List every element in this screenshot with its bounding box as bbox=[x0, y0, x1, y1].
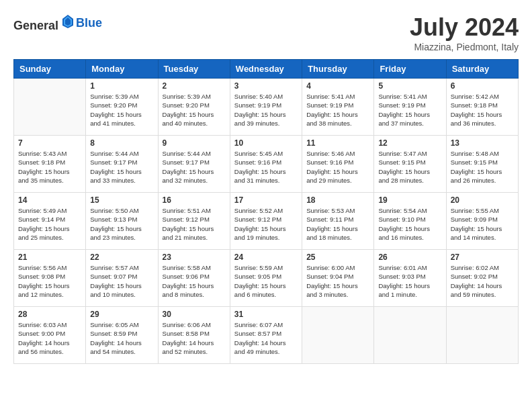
day-number: 3 bbox=[234, 81, 298, 91]
col-sunday: Sunday bbox=[14, 60, 86, 79]
calendar-cell: 31Sunrise: 6:07 AM Sunset: 8:57 PM Dayli… bbox=[230, 307, 302, 364]
calendar-week-2: 7Sunrise: 5:43 AM Sunset: 9:18 PM Daylig… bbox=[14, 136, 519, 193]
calendar-cell: 8Sunrise: 5:44 AM Sunset: 9:17 PM Daylig… bbox=[86, 136, 158, 193]
calendar-cell: 1Sunrise: 5:39 AM Sunset: 9:20 PM Daylig… bbox=[86, 79, 158, 136]
day-number: 11 bbox=[306, 138, 369, 148]
day-info: Sunrise: 5:54 AM Sunset: 9:10 PM Dayligh… bbox=[378, 206, 441, 242]
calendar-cell: 9Sunrise: 5:44 AM Sunset: 9:17 PM Daylig… bbox=[158, 136, 230, 193]
calendar-cell: 23Sunrise: 5:58 AM Sunset: 9:06 PM Dayli… bbox=[158, 250, 230, 307]
col-friday: Friday bbox=[374, 60, 446, 79]
day-number: 16 bbox=[163, 195, 226, 205]
day-number: 14 bbox=[18, 195, 81, 205]
calendar-week-4: 21Sunrise: 5:56 AM Sunset: 9:08 PM Dayli… bbox=[14, 250, 519, 307]
calendar-table: Sunday Monday Tuesday Wednesday Thursday… bbox=[13, 59, 519, 364]
day-number: 21 bbox=[18, 253, 81, 262]
calendar-cell: 19Sunrise: 5:54 AM Sunset: 9:10 PM Dayli… bbox=[374, 193, 446, 250]
day-info: Sunrise: 5:41 AM Sunset: 9:19 PM Dayligh… bbox=[378, 92, 441, 128]
day-info: Sunrise: 5:47 AM Sunset: 9:15 PM Dayligh… bbox=[378, 149, 441, 185]
calendar-cell: 11Sunrise: 5:46 AM Sunset: 9:16 PM Dayli… bbox=[302, 136, 374, 193]
day-number: 8 bbox=[90, 138, 153, 148]
logo: General Blue bbox=[13, 13, 102, 33]
day-number: 26 bbox=[378, 253, 441, 262]
calendar-cell: 7Sunrise: 5:43 AM Sunset: 9:18 PM Daylig… bbox=[14, 136, 86, 193]
day-number: 30 bbox=[163, 310, 226, 319]
day-number: 12 bbox=[378, 138, 441, 148]
day-number: 22 bbox=[90, 253, 153, 262]
calendar-cell: 29Sunrise: 6:05 AM Sunset: 8:59 PM Dayli… bbox=[86, 307, 158, 364]
day-number: 10 bbox=[234, 138, 298, 148]
day-info: Sunrise: 5:43 AM Sunset: 9:18 PM Dayligh… bbox=[18, 149, 81, 185]
day-number: 18 bbox=[306, 195, 369, 205]
calendar-cell bbox=[374, 307, 446, 364]
month-year-title: July 2024 bbox=[410, 13, 519, 42]
day-info: Sunrise: 5:50 AM Sunset: 9:13 PM Dayligh… bbox=[90, 206, 153, 242]
day-number: 5 bbox=[378, 81, 441, 91]
calendar-cell: 13Sunrise: 5:48 AM Sunset: 9:15 PM Dayli… bbox=[446, 136, 518, 193]
day-info: Sunrise: 5:48 AM Sunset: 9:15 PM Dayligh… bbox=[451, 149, 514, 185]
logo-icon bbox=[60, 13, 76, 30]
calendar-cell: 4Sunrise: 5:41 AM Sunset: 9:19 PM Daylig… bbox=[302, 79, 374, 136]
calendar-cell: 5Sunrise: 5:41 AM Sunset: 9:19 PM Daylig… bbox=[374, 79, 446, 136]
day-info: Sunrise: 5:46 AM Sunset: 9:16 PM Dayligh… bbox=[306, 149, 369, 185]
calendar-cell: 10Sunrise: 5:45 AM Sunset: 9:16 PM Dayli… bbox=[230, 136, 302, 193]
day-number: 31 bbox=[234, 310, 298, 319]
location-subtitle: Miazzina, Piedmont, Italy bbox=[410, 42, 519, 52]
calendar-cell: 26Sunrise: 6:01 AM Sunset: 9:03 PM Dayli… bbox=[374, 250, 446, 307]
day-number: 1 bbox=[90, 81, 153, 91]
day-info: Sunrise: 5:44 AM Sunset: 9:17 PM Dayligh… bbox=[90, 149, 153, 185]
day-number: 25 bbox=[306, 253, 369, 262]
col-wednesday: Wednesday bbox=[230, 60, 302, 79]
calendar-cell: 15Sunrise: 5:50 AM Sunset: 9:13 PM Dayli… bbox=[86, 193, 158, 250]
calendar-cell: 20Sunrise: 5:55 AM Sunset: 9:09 PM Dayli… bbox=[446, 193, 518, 250]
day-number: 20 bbox=[451, 195, 514, 205]
calendar-cell: 27Sunrise: 6:02 AM Sunset: 9:02 PM Dayli… bbox=[446, 250, 518, 307]
day-info: Sunrise: 5:45 AM Sunset: 9:16 PM Dayligh… bbox=[234, 149, 298, 185]
title-section: July 2024 Miazzina, Piedmont, Italy bbox=[410, 13, 519, 52]
day-info: Sunrise: 5:55 AM Sunset: 9:09 PM Dayligh… bbox=[451, 206, 514, 242]
calendar-cell: 6Sunrise: 5:42 AM Sunset: 9:18 PM Daylig… bbox=[446, 79, 518, 136]
calendar-cell: 2Sunrise: 5:39 AM Sunset: 9:20 PM Daylig… bbox=[158, 79, 230, 136]
day-info: Sunrise: 5:56 AM Sunset: 9:08 PM Dayligh… bbox=[18, 263, 81, 299]
calendar-header-row: Sunday Monday Tuesday Wednesday Thursday… bbox=[14, 60, 519, 79]
calendar-cell: 24Sunrise: 5:59 AM Sunset: 9:05 PM Dayli… bbox=[230, 250, 302, 307]
day-number: 2 bbox=[163, 81, 226, 91]
day-number: 19 bbox=[378, 195, 441, 205]
calendar-cell: 12Sunrise: 5:47 AM Sunset: 9:15 PM Dayli… bbox=[374, 136, 446, 193]
day-info: Sunrise: 6:02 AM Sunset: 9:02 PM Dayligh… bbox=[451, 263, 514, 299]
day-info: Sunrise: 6:05 AM Sunset: 8:59 PM Dayligh… bbox=[90, 320, 153, 356]
day-info: Sunrise: 5:58 AM Sunset: 9:06 PM Dayligh… bbox=[163, 263, 226, 299]
col-thursday: Thursday bbox=[302, 60, 374, 79]
page-header: General Blue July 2024 Miazzina, Piedmon… bbox=[13, 13, 519, 52]
day-info: Sunrise: 5:51 AM Sunset: 9:12 PM Dayligh… bbox=[163, 206, 226, 242]
day-info: Sunrise: 5:40 AM Sunset: 9:19 PM Dayligh… bbox=[234, 92, 298, 128]
day-info: Sunrise: 5:59 AM Sunset: 9:05 PM Dayligh… bbox=[234, 263, 298, 299]
col-tuesday: Tuesday bbox=[158, 60, 230, 79]
calendar-cell: 28Sunrise: 6:03 AM Sunset: 9:00 PM Dayli… bbox=[14, 307, 86, 364]
calendar-cell: 21Sunrise: 5:56 AM Sunset: 9:08 PM Dayli… bbox=[14, 250, 86, 307]
logo-blue: Blue bbox=[76, 16, 102, 30]
calendar-cell: 25Sunrise: 6:00 AM Sunset: 9:04 PM Dayli… bbox=[302, 250, 374, 307]
day-number: 4 bbox=[306, 81, 369, 91]
calendar-cell: 18Sunrise: 5:53 AM Sunset: 9:11 PM Dayli… bbox=[302, 193, 374, 250]
calendar-cell bbox=[302, 307, 374, 364]
logo-general: General bbox=[13, 19, 58, 32]
day-info: Sunrise: 6:01 AM Sunset: 9:03 PM Dayligh… bbox=[378, 263, 441, 299]
day-info: Sunrise: 6:07 AM Sunset: 8:57 PM Dayligh… bbox=[234, 320, 298, 356]
calendar-week-5: 28Sunrise: 6:03 AM Sunset: 9:00 PM Dayli… bbox=[14, 307, 519, 364]
calendar-cell: 22Sunrise: 5:57 AM Sunset: 9:07 PM Dayli… bbox=[86, 250, 158, 307]
day-number: 29 bbox=[90, 310, 153, 319]
day-number: 15 bbox=[90, 195, 153, 205]
day-info: Sunrise: 5:41 AM Sunset: 9:19 PM Dayligh… bbox=[306, 92, 369, 128]
day-info: Sunrise: 6:03 AM Sunset: 9:00 PM Dayligh… bbox=[18, 320, 81, 356]
calendar-cell bbox=[446, 307, 518, 364]
day-number: 24 bbox=[234, 253, 298, 262]
calendar-week-1: 1Sunrise: 5:39 AM Sunset: 9:20 PM Daylig… bbox=[14, 79, 519, 136]
day-info: Sunrise: 5:57 AM Sunset: 9:07 PM Dayligh… bbox=[90, 263, 153, 299]
calendar-week-3: 14Sunrise: 5:49 AM Sunset: 9:14 PM Dayli… bbox=[14, 193, 519, 250]
day-number: 28 bbox=[18, 310, 81, 319]
day-info: Sunrise: 6:00 AM Sunset: 9:04 PM Dayligh… bbox=[306, 263, 369, 299]
day-number: 7 bbox=[18, 138, 81, 148]
calendar-cell: 16Sunrise: 5:51 AM Sunset: 9:12 PM Dayli… bbox=[158, 193, 230, 250]
day-info: Sunrise: 6:06 AM Sunset: 8:58 PM Dayligh… bbox=[163, 320, 226, 356]
calendar-cell: 3Sunrise: 5:40 AM Sunset: 9:19 PM Daylig… bbox=[230, 79, 302, 136]
